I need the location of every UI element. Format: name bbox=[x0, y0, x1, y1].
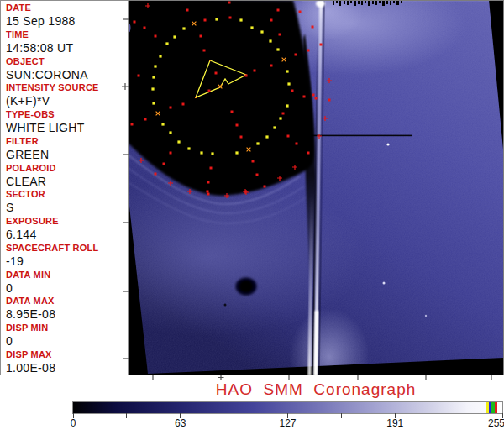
calibration-dot-red bbox=[295, 54, 297, 56]
sector-polygon-overlay bbox=[196, 60, 246, 97]
colorbar-tick-label: 191 bbox=[386, 417, 403, 429]
calibration-dot-yellow bbox=[161, 123, 164, 125]
calibration-marker-plus bbox=[243, 189, 248, 194]
metadata-field-time: TIME14:58:08 UT bbox=[1, 29, 128, 56]
field-label: EXPOSURE bbox=[6, 216, 128, 227]
calibration-dots-layer bbox=[131, 2, 333, 199]
dark-blob bbox=[236, 278, 257, 296]
calibration-dot-red bbox=[312, 26, 314, 29]
calibration-dot-yellow bbox=[256, 142, 259, 144]
calibration-dot-yellow bbox=[239, 18, 242, 21]
dropout-bar bbox=[354, 0, 356, 6]
calibration-marker-plus bbox=[292, 165, 297, 170]
calibration-dot-red bbox=[207, 181, 210, 184]
calibration-dot-yellow bbox=[287, 82, 290, 85]
field-label: SECTOR bbox=[6, 189, 128, 200]
calibration-dot-red bbox=[307, 152, 310, 155]
polygon-vertex-dot bbox=[209, 60, 211, 61]
calibration-dot-red bbox=[210, 167, 213, 170]
field-value: SUN:CORONA bbox=[6, 68, 128, 81]
calibration-dot-yellow bbox=[182, 27, 185, 29]
metadata-field-disp-max: DISP MAX1.00E-08 bbox=[1, 349, 128, 376]
colorbar-tick-label: 255 bbox=[488, 417, 504, 429]
calibration-dot-red bbox=[182, 103, 185, 106]
calibration-dot-red bbox=[236, 124, 239, 127]
coronagraph-frame bbox=[129, 0, 503, 374]
field-label: POLAROID bbox=[6, 163, 128, 174]
dropout-bar bbox=[390, 0, 391, 5]
calibration-dot-yellow bbox=[265, 135, 268, 138]
colorbar-tick-label: 127 bbox=[279, 417, 296, 429]
calibration-dot-yellow bbox=[235, 151, 238, 154]
calibration-dot-red bbox=[279, 34, 281, 36]
calibration-marker-cross bbox=[247, 148, 251, 152]
field-value: CLEAR bbox=[6, 175, 128, 188]
calibration-marker-plus bbox=[139, 158, 144, 163]
dropout-bar bbox=[379, 0, 381, 3]
field-label: DATA MIN bbox=[6, 270, 128, 281]
metadata-field-filter: FILTERGREEN bbox=[1, 136, 128, 163]
calibration-dot-yellow bbox=[159, 55, 161, 57]
field-value: 15 Sep 1988 bbox=[6, 14, 128, 28]
calibration-dot-red bbox=[186, 9, 189, 12]
calibration-dot-red bbox=[203, 50, 206, 52]
calibration-dot-red bbox=[315, 97, 318, 100]
field-label: TYPE-OBS bbox=[6, 109, 128, 120]
calibration-dot-red bbox=[270, 19, 273, 22]
field-value: (K+F)*V bbox=[6, 94, 128, 108]
calibration-dot-red bbox=[155, 35, 157, 38]
calibration-dot-red bbox=[207, 191, 209, 193]
calibration-dot-red bbox=[138, 75, 140, 77]
calibration-dot-red bbox=[144, 27, 146, 29]
dropout-bar bbox=[350, 0, 352, 3]
calibration-dot-red bbox=[207, 193, 210, 196]
calibration-dot-yellow bbox=[286, 104, 288, 107]
calibration-marker-cross bbox=[192, 22, 197, 26]
calibration-dot-red bbox=[240, 136, 243, 139]
calibration-dot-red bbox=[134, 21, 136, 24]
calibration-marker-plus bbox=[168, 181, 173, 186]
image-background bbox=[129, 0, 504, 375]
metadata-field-sector: SECTORS bbox=[1, 189, 128, 216]
metadata-field-polaroid: POLAROIDCLEAR bbox=[1, 163, 128, 190]
calibration-dot-red bbox=[228, 2, 231, 4]
bright-streak bbox=[307, 0, 325, 375]
calibration-dot-yellow bbox=[279, 117, 281, 119]
field-value: WHITE LIGHT bbox=[6, 121, 128, 134]
field-label: TIME bbox=[6, 29, 128, 40]
calibration-dot-yellow bbox=[273, 126, 276, 128]
dropout-bar bbox=[365, 0, 366, 3]
calibration-dot-yellow bbox=[151, 87, 154, 90]
field-label: DATA MAX bbox=[6, 296, 128, 307]
calibration-dot-red bbox=[254, 70, 256, 72]
field-value: 8.95E-08 bbox=[6, 307, 128, 321]
calibration-dot-yellow bbox=[211, 152, 213, 155]
calibration-dot-red bbox=[299, 11, 302, 13]
colorbar-tick-label: 63 bbox=[175, 417, 186, 429]
dropout-bar bbox=[344, 0, 345, 4]
field-label: SPACECRAFT ROLL bbox=[6, 243, 128, 254]
colorbar-tick bbox=[449, 413, 449, 418]
metadata-field-data-min: DATA MIN0 bbox=[1, 270, 128, 296]
dropout-bar bbox=[358, 0, 360, 4]
dropout-bar bbox=[382, 0, 385, 6]
calibration-dot-red bbox=[307, 50, 310, 52]
calibration-dot-red bbox=[200, 35, 202, 38]
calibration-dot-red bbox=[328, 99, 331, 102]
calibration-dot-yellow bbox=[269, 39, 271, 42]
star-speck bbox=[386, 143, 389, 145]
calibration-marker-plus bbox=[317, 134, 322, 139]
calibration-dot-red bbox=[215, 72, 218, 75]
field-label: DISP MAX bbox=[6, 349, 128, 360]
calibration-marker-cross bbox=[156, 112, 160, 116]
dropout-bar bbox=[393, 0, 395, 3]
calibration-marker-plus bbox=[323, 116, 328, 121]
calibration-dot-red bbox=[296, 143, 298, 145]
diffraction-rings bbox=[128, 155, 307, 223]
calibration-dot-red bbox=[229, 17, 232, 19]
calibration-dot-yellow bbox=[165, 42, 168, 45]
calibration-marker-plus bbox=[277, 176, 282, 181]
calibration-dot-yellow bbox=[177, 140, 180, 143]
dropout-line bbox=[307, 135, 412, 137]
calibration-dot-red bbox=[155, 173, 157, 176]
